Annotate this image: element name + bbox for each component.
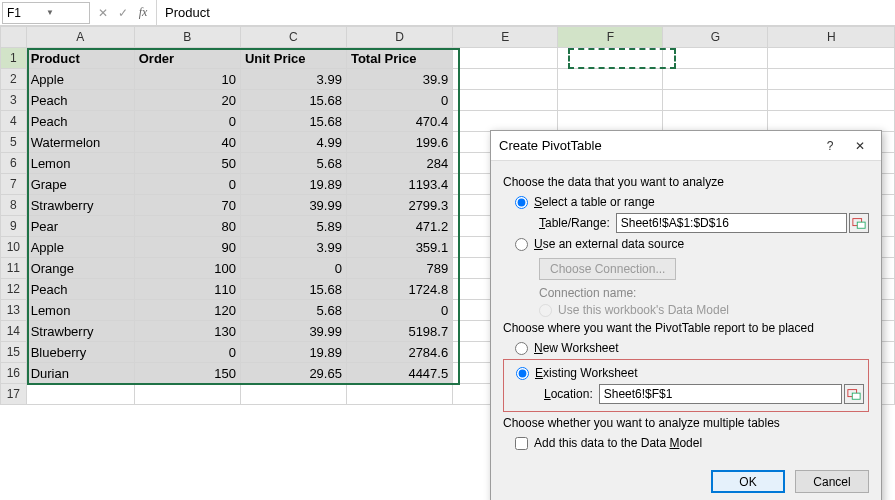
- cell[interactable]: [558, 48, 663, 69]
- cell[interactable]: [453, 69, 558, 90]
- cell[interactable]: 10: [134, 69, 240, 90]
- cell[interactable]: 15.68: [240, 111, 346, 132]
- cell[interactable]: [453, 111, 558, 132]
- cell[interactable]: 40: [134, 132, 240, 153]
- insert-function-icon[interactable]: fx: [134, 4, 152, 22]
- help-button[interactable]: ?: [817, 135, 843, 157]
- cell[interactable]: [768, 111, 895, 132]
- cell[interactable]: 5.68: [240, 300, 346, 321]
- cell[interactable]: 130: [134, 321, 240, 342]
- cancel-formula-icon[interactable]: ✕: [94, 4, 112, 22]
- cell[interactable]: 5198.7: [346, 321, 452, 342]
- cell[interactable]: Durian: [26, 363, 134, 384]
- cell[interactable]: Unit Price: [240, 48, 346, 69]
- location-range-picker-icon[interactable]: [844, 384, 864, 404]
- cell[interactable]: [134, 384, 240, 405]
- close-icon[interactable]: ✕: [847, 135, 873, 157]
- cell[interactable]: 789: [346, 258, 452, 279]
- col-header-C[interactable]: C: [240, 27, 346, 48]
- cell[interactable]: 1193.4: [346, 174, 452, 195]
- name-box[interactable]: F1 ▼: [2, 2, 90, 24]
- cell[interactable]: 3.99: [240, 69, 346, 90]
- radio-select-table-range-input[interactable]: [515, 196, 528, 209]
- cell[interactable]: Order: [134, 48, 240, 69]
- cell[interactable]: [663, 48, 768, 69]
- row-header-5[interactable]: 5: [1, 132, 27, 153]
- cell[interactable]: 39.99: [240, 195, 346, 216]
- cell[interactable]: [558, 111, 663, 132]
- cell[interactable]: [453, 48, 558, 69]
- cell[interactable]: [453, 90, 558, 111]
- cell[interactable]: [240, 384, 346, 405]
- radio-select-table-range[interactable]: Select a table or range: [515, 195, 869, 209]
- cell[interactable]: 70: [134, 195, 240, 216]
- row-header-16[interactable]: 16: [1, 363, 27, 384]
- cell[interactable]: Pear: [26, 216, 134, 237]
- col-header-H[interactable]: H: [768, 27, 895, 48]
- cell[interactable]: 4447.5: [346, 363, 452, 384]
- row-header-11[interactable]: 11: [1, 258, 27, 279]
- cell[interactable]: 0: [134, 342, 240, 363]
- cell[interactable]: [346, 384, 452, 405]
- cell[interactable]: [558, 69, 663, 90]
- row-header-10[interactable]: 10: [1, 237, 27, 258]
- cell[interactable]: 90: [134, 237, 240, 258]
- location-input[interactable]: [599, 384, 842, 404]
- cell[interactable]: 0: [346, 300, 452, 321]
- row-header-8[interactable]: 8: [1, 195, 27, 216]
- cell[interactable]: 19.89: [240, 174, 346, 195]
- cell[interactable]: Peach: [26, 279, 134, 300]
- cell[interactable]: Lemon: [26, 153, 134, 174]
- cell[interactable]: 284: [346, 153, 452, 174]
- cell[interactable]: [768, 48, 895, 69]
- row-header-15[interactable]: 15: [1, 342, 27, 363]
- cell[interactable]: Watermelon: [26, 132, 134, 153]
- cell[interactable]: 2799.3: [346, 195, 452, 216]
- cell[interactable]: 20: [134, 90, 240, 111]
- formula-text[interactable]: Product: [157, 5, 218, 20]
- select-all-corner[interactable]: [1, 27, 27, 48]
- cell[interactable]: Total Price: [346, 48, 452, 69]
- cell[interactable]: 19.89: [240, 342, 346, 363]
- cell[interactable]: 3.99: [240, 237, 346, 258]
- cell[interactable]: Peach: [26, 90, 134, 111]
- cell[interactable]: Grape: [26, 174, 134, 195]
- cell[interactable]: 1724.8: [346, 279, 452, 300]
- row-header-13[interactable]: 13: [1, 300, 27, 321]
- accept-formula-icon[interactable]: ✓: [114, 4, 132, 22]
- table-range-input[interactable]: [616, 213, 847, 233]
- cell[interactable]: 120: [134, 300, 240, 321]
- range-picker-icon[interactable]: [849, 213, 869, 233]
- cell[interactable]: 29.65: [240, 363, 346, 384]
- col-header-F[interactable]: F: [558, 27, 663, 48]
- dialog-titlebar[interactable]: Create PivotTable ? ✕: [491, 131, 881, 161]
- row-header-4[interactable]: 4: [1, 111, 27, 132]
- cell[interactable]: 50: [134, 153, 240, 174]
- col-header-D[interactable]: D: [346, 27, 452, 48]
- checkbox-add-to-data-model-input[interactable]: [515, 437, 528, 450]
- radio-external-data-source-input[interactable]: [515, 238, 528, 251]
- cell[interactable]: 0: [134, 174, 240, 195]
- cell[interactable]: Apple: [26, 237, 134, 258]
- cell[interactable]: [558, 90, 663, 111]
- cell[interactable]: 150: [134, 363, 240, 384]
- cell[interactable]: 39.99: [240, 321, 346, 342]
- cell[interactable]: Product: [26, 48, 134, 69]
- cell[interactable]: [768, 90, 895, 111]
- cell[interactable]: 2784.6: [346, 342, 452, 363]
- row-header-3[interactable]: 3: [1, 90, 27, 111]
- cell[interactable]: Peach: [26, 111, 134, 132]
- radio-existing-worksheet[interactable]: Existing Worksheet: [516, 366, 864, 380]
- row-header-14[interactable]: 14: [1, 321, 27, 342]
- cell[interactable]: [26, 384, 134, 405]
- cancel-button[interactable]: Cancel: [795, 470, 869, 493]
- checkbox-add-to-data-model[interactable]: Add this data to the Data Model: [515, 436, 869, 450]
- cell[interactable]: 0: [240, 258, 346, 279]
- row-header-9[interactable]: 9: [1, 216, 27, 237]
- cell[interactable]: 39.9: [346, 69, 452, 90]
- row-header-1[interactable]: 1: [1, 48, 27, 69]
- cell[interactable]: 100: [134, 258, 240, 279]
- cell[interactable]: Apple: [26, 69, 134, 90]
- row-header-17[interactable]: 17: [1, 384, 27, 405]
- cell[interactable]: 0: [346, 90, 452, 111]
